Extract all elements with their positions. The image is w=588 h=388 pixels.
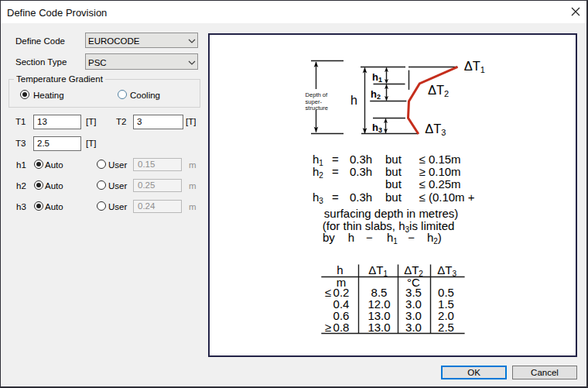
svg-text:ΔT1: ΔT1: [464, 59, 485, 74]
svg-text:surfacing depth in metres): surfacing depth in metres): [324, 207, 458, 220]
svg-text:=: =: [332, 153, 339, 166]
svg-text:13.0: 13.0: [368, 321, 390, 334]
svg-text:but: but: [385, 191, 402, 204]
svg-text:h2): h2): [427, 231, 442, 246]
svg-text:≤ 0.15m: ≤ 0.15m: [419, 153, 461, 166]
svg-text:2.5: 2.5: [438, 321, 454, 334]
svg-text:−: −: [366, 231, 373, 244]
svg-text:h: h: [348, 231, 354, 244]
svg-text:h3: h3: [372, 122, 382, 134]
svg-text:0.8: 0.8: [333, 321, 350, 334]
svg-text:≤: ≤: [325, 286, 331, 299]
svg-text:ΔT2: ΔT2: [428, 83, 449, 98]
svg-text:but: but: [385, 165, 402, 178]
svg-text:structure: structure: [306, 105, 329, 112]
svg-text:by: by: [323, 231, 335, 244]
svg-text:≥: ≥: [325, 321, 331, 334]
svg-text:3.0: 3.0: [405, 321, 422, 334]
svg-text:0.3h: 0.3h: [350, 153, 372, 166]
svg-text:but: but: [385, 177, 402, 191]
svg-text:but: but: [385, 153, 402, 166]
svg-text:≤ 0.25m: ≤ 0.25m: [419, 177, 461, 191]
svg-text:ΔT3: ΔT3: [437, 263, 456, 278]
svg-text:≤ (0.10m +: ≤ (0.10m +: [419, 191, 475, 204]
svg-text:0.3h: 0.3h: [350, 191, 372, 204]
svg-text:h1: h1: [387, 231, 398, 246]
svg-text:h: h: [337, 263, 343, 276]
svg-text:h2: h2: [371, 88, 381, 101]
svg-text:ΔT3: ΔT3: [425, 122, 446, 137]
svg-text:=: =: [332, 165, 339, 178]
svg-text:≥ 0.10m: ≥ 0.10m: [419, 165, 461, 178]
svg-text:−: −: [408, 231, 415, 244]
svg-text:=: =: [332, 191, 339, 204]
svg-text:ΔT1: ΔT1: [368, 263, 388, 278]
svg-text:h3: h3: [313, 191, 323, 205]
svg-text:h1: h1: [372, 71, 382, 84]
svg-text:0.3h: 0.3h: [350, 165, 372, 178]
svg-text:h: h: [350, 94, 357, 107]
